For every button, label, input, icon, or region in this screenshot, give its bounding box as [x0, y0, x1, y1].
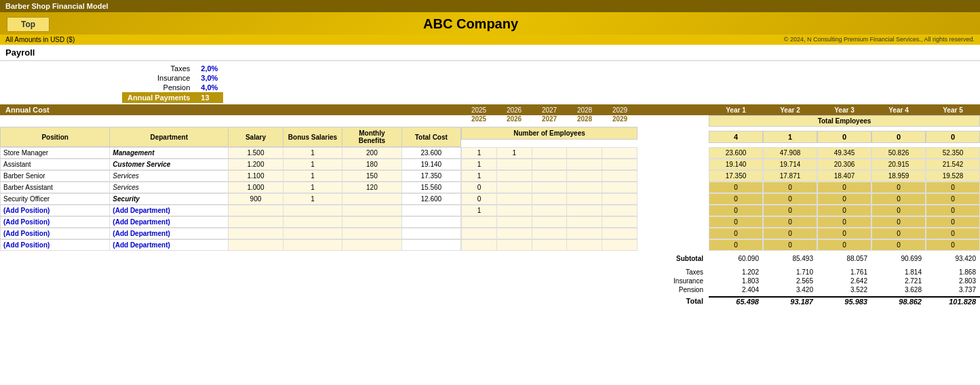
payroll-row-1: Assistant Customer Service 1.200 1 180 1…: [0, 159, 461, 170]
emp-2029-0[interactable]: [602, 148, 638, 159]
pos-name-2: Barber Senior: [1, 171, 110, 182]
right-vals-1: 19.140 19.714 20.306 20.915 21.542: [638, 159, 980, 170]
emp-2026-7[interactable]: [496, 228, 532, 239]
insurance-value[interactable]: 3,0%: [195, 73, 223, 83]
pos-benefits-4[interactable]: [342, 194, 401, 205]
pos-salary-1[interactable]: 1.200: [229, 159, 283, 170]
sub-year-2029: 2029: [602, 115, 638, 127]
pos-benefits-8[interactable]: [342, 240, 401, 251]
emp-2028-6[interactable]: [567, 217, 602, 228]
emp-2029-7[interactable]: [602, 228, 638, 239]
emp-2026-2[interactable]: [496, 171, 532, 182]
emp-2028-4[interactable]: [567, 194, 602, 205]
emp-2029-8[interactable]: [602, 240, 638, 251]
top-button[interactable]: Top: [7, 17, 50, 32]
emp-2029-2[interactable]: [602, 171, 638, 182]
emp-2029-6[interactable]: [602, 217, 638, 228]
emp-2029-1[interactable]: [602, 159, 638, 170]
emp-2027-3[interactable]: [532, 182, 567, 193]
pos-benefits-3[interactable]: 120: [342, 182, 401, 193]
pos-benefits-2[interactable]: 150: [342, 171, 401, 182]
emp-2028-2[interactable]: [567, 171, 602, 182]
annual-payments-value[interactable]: 13: [195, 92, 223, 103]
pos-bonus-4[interactable]: 1: [283, 194, 342, 205]
pos-name-5[interactable]: (Add Position): [1, 205, 110, 216]
emp-2029-3[interactable]: [602, 182, 638, 193]
pos-benefits-7[interactable]: [342, 228, 401, 239]
emp-2026-3[interactable]: [496, 182, 532, 193]
emp-2025-1[interactable]: 1: [462, 159, 497, 170]
pos-bonus-0[interactable]: 1: [283, 148, 342, 159]
pos-dept-4: Security: [110, 194, 229, 205]
emp-2026-6[interactable]: [496, 217, 532, 228]
pos-salary-4[interactable]: 900: [229, 194, 283, 205]
pos-salary-2[interactable]: 1.100: [229, 171, 283, 182]
emp-2029-5[interactable]: [602, 205, 638, 216]
right-cell: 0: [709, 205, 763, 216]
emp-2027-8[interactable]: [532, 240, 567, 251]
emp-2028-7[interactable]: [567, 228, 602, 239]
yr2-head: Year 2: [763, 106, 817, 114]
pos-benefits-1[interactable]: 180: [342, 159, 401, 170]
pos-name-7[interactable]: (Add Position): [1, 228, 110, 239]
emp-2027-2[interactable]: [532, 171, 567, 182]
pos-bonus-5[interactable]: [283, 205, 342, 216]
pos-bonus-8[interactable]: [283, 240, 342, 251]
pos-bonus-3[interactable]: 1: [283, 182, 342, 193]
pos-salary-0[interactable]: 1.500: [229, 148, 283, 159]
emp-2025-6[interactable]: [462, 217, 497, 228]
emp-2026-5[interactable]: [496, 205, 532, 216]
pos-total-6: [401, 217, 460, 228]
emp-2025-5[interactable]: 1: [462, 205, 497, 216]
pos-dept-8[interactable]: (Add Department): [110, 240, 229, 251]
right-vals-8: 0 0 0 0 0: [638, 239, 980, 251]
emp-2028-5[interactable]: [567, 205, 602, 216]
pos-dept-6[interactable]: (Add Department): [110, 217, 229, 228]
emp-2025-4[interactable]: 0: [462, 194, 497, 205]
pos-salary-8[interactable]: [229, 240, 283, 251]
pos-salary-3[interactable]: 1.000: [229, 182, 283, 193]
pos-bonus-7[interactable]: [283, 228, 342, 239]
pos-bonus-1[interactable]: 1: [283, 159, 342, 170]
emp-2029-4[interactable]: [602, 194, 638, 205]
emp-2025-3[interactable]: 0: [462, 182, 497, 193]
pension-value[interactable]: 4,0%: [195, 83, 223, 92]
th-department: Department: [110, 127, 229, 147]
emp-2026-4[interactable]: [496, 194, 532, 205]
pos-bonus-2[interactable]: 1: [283, 171, 342, 182]
emp-2025-2[interactable]: 1: [462, 171, 497, 182]
emp-2027-1[interactable]: [532, 159, 567, 170]
pos-bonus-6[interactable]: [283, 217, 342, 228]
payroll-row-5: (Add Position) (Add Department): [0, 205, 461, 216]
emp-2028-0[interactable]: [567, 148, 602, 159]
right-cell: 0: [871, 216, 926, 228]
pos-salary-6[interactable]: [229, 217, 283, 228]
emp-2027-0[interactable]: [532, 148, 567, 159]
emp-2028-1[interactable]: [567, 159, 602, 170]
emp-2027-6[interactable]: [532, 217, 567, 228]
pos-dept-7[interactable]: (Add Department): [110, 228, 229, 239]
emp-2025-8[interactable]: [462, 240, 497, 251]
taxes-value[interactable]: 2,0%: [195, 64, 223, 73]
pos-benefits-0[interactable]: 200: [342, 148, 401, 159]
taxes-y3: 1.761: [817, 268, 871, 276]
pos-name-8[interactable]: (Add Position): [1, 240, 110, 251]
emp-2028-8[interactable]: [567, 240, 602, 251]
emp-2027-4[interactable]: [532, 194, 567, 205]
emp-2026-0[interactable]: 1: [496, 148, 532, 159]
emp-2025-7[interactable]: [462, 228, 497, 239]
pos-dept-5[interactable]: (Add Department): [110, 205, 229, 216]
pos-benefits-6[interactable]: [342, 217, 401, 228]
pos-benefits-5[interactable]: [342, 205, 401, 216]
emp-2025-0[interactable]: 1: [462, 148, 497, 159]
emp-2027-5[interactable]: [532, 205, 567, 216]
right-cell: 0: [926, 193, 980, 205]
right-cell: 0: [817, 228, 871, 239]
emp-2028-3[interactable]: [567, 182, 602, 193]
emp-2026-1[interactable]: [496, 159, 532, 170]
pos-name-6[interactable]: (Add Position): [1, 217, 110, 228]
pos-salary-5[interactable]: [229, 205, 283, 216]
pos-salary-7[interactable]: [229, 228, 283, 239]
emp-2026-8[interactable]: [496, 240, 532, 251]
emp-2027-7[interactable]: [532, 228, 567, 239]
